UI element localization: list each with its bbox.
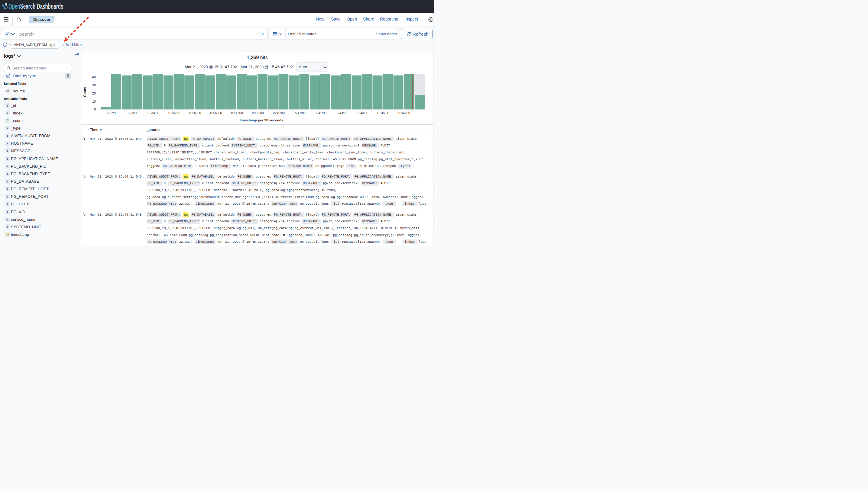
svg-text:15:38:00: 15:38:00 [230,111,243,115]
svg-text:15:37:00: 15:37:00 [210,111,222,115]
svg-text:Count: Count [83,87,87,97]
svg-text:15:33:00: 15:33:00 [126,111,138,115]
svg-text:40: 40 [92,75,96,79]
svg-text:15:46:00: 15:46:00 [398,111,410,115]
svg-text:15:39:00: 15:39:00 [251,111,264,115]
svg-text:15:35:00: 15:35:00 [168,111,180,115]
svg-text:timestamp per 30 seconds: timestamp per 30 seconds [239,118,283,122]
svg-text:15:43:00: 15:43:00 [335,111,347,115]
svg-text:0: 0 [94,108,96,111]
svg-text:20: 20 [92,91,96,95]
svg-text:15:40:00: 15:40:00 [272,111,284,115]
svg-text:15:41:00: 15:41:00 [293,111,305,115]
svg-text:15:34:00: 15:34:00 [146,111,159,115]
svg-text:15:45:00: 15:45:00 [377,111,389,115]
svg-text:15:36:00: 15:36:00 [189,111,201,115]
svg-text:15:44:00: 15:44:00 [356,111,368,115]
svg-text:15:32:00: 15:32:00 [105,111,117,115]
svg-text:30: 30 [92,83,96,87]
svg-text:10: 10 [92,99,96,103]
svg-text:15:42:00: 15:42:00 [314,111,326,115]
